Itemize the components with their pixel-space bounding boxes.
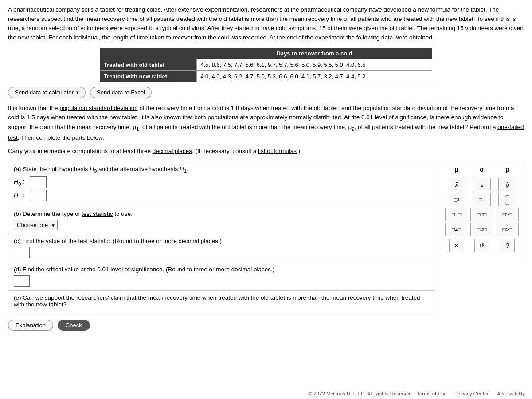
frac-icon: □□ <box>505 193 510 206</box>
copyright-text: © 2022 McGraw Hill LLC. All Rights Reser… <box>309 391 414 396</box>
test-statistic-link[interactable]: test statistic <box>82 211 113 217</box>
symbol-header-row: μ σ p <box>444 166 520 175</box>
table-header: Days to recover from a cold <box>197 48 432 59</box>
normally-distributed-link[interactable]: normally distributed <box>289 114 341 121</box>
left-panel: (a) State the null hypothesis H0 and the… <box>8 162 435 314</box>
section-d-label: (d) Find the critical value at the 0.01 … <box>14 266 430 273</box>
h1-input[interactable] <box>30 190 47 201</box>
terms-link[interactable]: Terms of Use <box>417 391 447 396</box>
sigma-header: σ <box>480 166 484 173</box>
table-row-new: Treated with new tablet 4.0, 4.0, 4.3, 6… <box>100 70 432 82</box>
alt-hypothesis-link[interactable]: alternative hypothesis <box>120 166 178 172</box>
h0-label: H0 : <box>14 178 27 187</box>
table-row-old: Treated with old tablet 4.5, 8.6, 7.5, 7… <box>100 59 432 70</box>
section-e: (e) Can we support the researchers' clai… <box>8 291 435 314</box>
section-e-label: (e) Can we support the researchers' clai… <box>14 294 430 308</box>
section-a: (a) State the null hypothesis H0 and the… <box>8 162 435 207</box>
section-d: (d) Find the critical value at the 0.01 … <box>8 262 435 291</box>
problem-text: It is known that the population standard… <box>8 103 524 142</box>
symbol-row-1: x̄ s p̂ <box>444 178 520 191</box>
explanation-button[interactable]: Explanation <box>8 320 53 331</box>
mu-header: μ <box>454 166 458 173</box>
formulas-list-link[interactable]: list of formulas <box>258 148 297 154</box>
carry-text: Carry your intermediate computations to … <box>8 147 524 156</box>
symbol-row-4: □≠□ □<□ □>□ <box>444 223 520 236</box>
table-corner <box>100 48 197 59</box>
one-tailed-link[interactable]: one-tailed test <box>8 124 524 141</box>
footer-sep2: | <box>492 391 493 396</box>
send-calculator-label: Send data to calculator <box>15 89 74 96</box>
data-buttons-row: Send data to calculator ▾ Send data to E… <box>8 87 524 98</box>
old-tablet-data: 4.5, 8.6, 7.5, 7.7, 5.6, 6.1, 9.7, 5.7, … <box>197 59 432 70</box>
s-button[interactable]: s <box>473 178 491 191</box>
h0-row: H0 : <box>14 176 430 188</box>
check-button[interactable]: Check <box>58 320 90 331</box>
null-hypothesis-link[interactable]: null hypothesis <box>48 166 88 172</box>
section-c: (c) Find the value of the test statistic… <box>8 234 435 262</box>
main-area: (a) State the null hypothesis H0 and the… <box>8 162 524 314</box>
help-button[interactable]: ? <box>500 239 515 252</box>
symbol-row-bottom: × ↺ ? <box>444 239 520 252</box>
accessibility-link[interactable]: Accessibility <box>497 391 525 396</box>
h1-row: H1 : <box>14 190 430 201</box>
multiply-button[interactable]: × <box>449 239 464 252</box>
symbol-row-3: □=□ □≤□ □≥□ <box>444 208 520 221</box>
phat-button[interactable]: p̂ <box>498 178 516 191</box>
privacy-link[interactable]: Privacy Center <box>455 391 489 396</box>
lt-button[interactable]: □<□ <box>470 223 493 236</box>
critical-value-link[interactable]: critical value <box>46 266 79 273</box>
gt-button[interactable]: □>□ <box>496 223 519 236</box>
symbol-row-2: □2 □□ □□ <box>444 193 520 206</box>
chevron-down-icon: ▾ <box>76 90 79 95</box>
bottom-buttons-row: Explanation Check <box>8 320 524 332</box>
critical-value-input[interactable] <box>14 275 30 287</box>
section-a-label: (a) State the null hypothesis H0 and the… <box>14 166 430 174</box>
population-std-link[interactable]: population standard deviation <box>59 105 137 111</box>
send-calculator-button[interactable]: Send data to calculator ▾ <box>8 87 86 98</box>
level-significance-link[interactable]: level of significance <box>375 114 426 121</box>
test-statistic-select[interactable]: Choose one z t Chi-square F <box>14 220 58 230</box>
new-tablet-label: Treated with new tablet <box>100 70 197 82</box>
send-excel-label: Send data to Excel <box>97 89 145 96</box>
test-statistic-input[interactable] <box>14 247 30 258</box>
footer-sep1: | <box>450 391 452 396</box>
test-statistic-select-wrap[interactable]: Choose one z t Chi-square F <box>14 220 58 230</box>
decimal-places-link[interactable]: decimal places <box>153 148 192 154</box>
data-table-container: Days to recover from a cold Treated with… <box>100 48 432 82</box>
footer: © 2022 McGraw Hill LLC. All Rights Reser… <box>309 391 525 396</box>
send-excel-button[interactable]: Send data to Excel <box>90 87 152 98</box>
new-tablet-data: 4.0, 4.0, 4.3, 6.2, 4.7, 5.0, 5.2, 6.6, … <box>197 70 432 82</box>
square-button[interactable]: □2 <box>448 193 466 206</box>
section-c-label: (c) Find the value of the test statistic… <box>14 238 430 244</box>
neq-button[interactable]: □≠□ <box>445 223 468 236</box>
h0-input[interactable] <box>30 176 47 188</box>
data-table: Days to recover from a cold Treated with… <box>100 48 432 82</box>
intro-paragraph: A pharmaceutical company sells a tablet … <box>8 5 524 43</box>
fraction-button[interactable]: □□ <box>498 193 516 206</box>
xbar-button[interactable]: x̄ <box>448 178 466 191</box>
leq-button[interactable]: □≤□ <box>470 208 493 221</box>
symbol-keyboard: μ σ p x̄ s p̂ □2 □□ □□ □=□ □≤□ <box>440 162 524 256</box>
undo-button[interactable]: ↺ <box>474 239 489 252</box>
section-b: (b) Determine the type of test statistic… <box>8 207 435 234</box>
p-header: p <box>505 166 509 173</box>
section-b-label: (b) Determine the type of test statistic… <box>14 211 430 217</box>
h1-label: H1 : <box>14 192 27 200</box>
sqrt-button[interactable]: □□ <box>473 193 491 206</box>
equals-button[interactable]: □=□ <box>445 208 468 221</box>
old-tablet-label: Treated with old tablet <box>100 59 197 70</box>
geq-button[interactable]: □≥□ <box>496 208 519 221</box>
